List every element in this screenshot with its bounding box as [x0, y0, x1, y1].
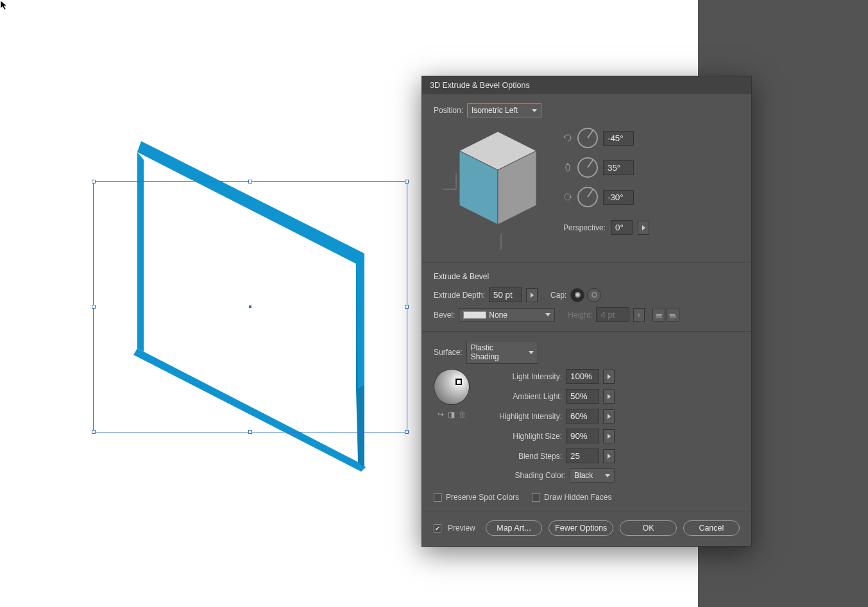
- rotate-y-icon: [563, 163, 572, 172]
- map-art-button[interactable]: Map Art...: [486, 520, 542, 536]
- light-point-handle[interactable]: [455, 379, 462, 385]
- preview-checkbox[interactable]: [434, 524, 441, 533]
- preserve-spot-label: Preserve Spot Colors: [446, 493, 519, 502]
- preview-label: Preview: [448, 524, 475, 533]
- chevron-down-icon: [532, 109, 537, 112]
- svg-rect-6: [670, 316, 676, 318]
- blend-steps-input[interactable]: [566, 449, 599, 463]
- position-value: Isometric Left: [472, 106, 518, 115]
- chevron-right-icon: [638, 312, 641, 318]
- chevron-right-icon: [608, 374, 611, 379]
- dialog-title: 3D Extrude & Bevel Options: [422, 76, 751, 94]
- rotation-x-input[interactable]: [603, 131, 634, 146]
- chevron-down-icon: [545, 313, 550, 316]
- bevel-dropdown[interactable]: None: [459, 308, 555, 322]
- surface-dropdown[interactable]: Plastic Shading: [466, 341, 538, 364]
- light-intensity-stepper[interactable]: [603, 370, 615, 384]
- light-intensity-label: Light Intensity:: [491, 372, 562, 381]
- blend-steps-label: Blend Steps:: [491, 452, 562, 461]
- cap-off-button[interactable]: [587, 288, 601, 302]
- highlight-intensity-input[interactable]: [566, 409, 599, 423]
- perspective-input[interactable]: [611, 220, 633, 235]
- rotate-z-icon: [563, 192, 572, 201]
- ambient-light-label: Ambient Light:: [491, 392, 562, 401]
- extrude-bevel-dialog: 3D Extrude & Bevel Options Position: Iso…: [421, 76, 752, 547]
- selection-handle[interactable]: [405, 305, 409, 309]
- extrude-depth-input[interactable]: [489, 287, 522, 302]
- rotation-y-dial[interactable]: [577, 157, 598, 178]
- draw-hidden-label: Draw Hidden Faces: [544, 493, 611, 502]
- blend-steps-stepper[interactable]: [603, 449, 615, 463]
- shading-color-label: Shading Color:: [495, 471, 566, 480]
- position-label: Position:: [434, 106, 463, 115]
- selection-handle[interactable]: [92, 180, 96, 184]
- bevel-height-label: Height:: [568, 311, 592, 320]
- draw-hidden-checkbox[interactable]: [532, 493, 540, 502]
- cap-hollow-icon: [591, 292, 597, 298]
- shading-color-value: Black: [574, 471, 593, 480]
- cancel-button[interactable]: Cancel: [683, 520, 740, 536]
- bevel-extent-out-button: [667, 309, 679, 321]
- chevron-right-icon: [608, 394, 611, 399]
- rotation-y-input[interactable]: [603, 160, 634, 175]
- extrude-depth-label: Extrude Depth:: [434, 291, 485, 300]
- chevron-right-icon: [531, 293, 534, 298]
- delete-light-icon: 🗑: [459, 410, 466, 419]
- new-light-icon[interactable]: ◨: [448, 410, 455, 419]
- chevron-down-icon: [529, 351, 534, 354]
- perspective-label: Perspective:: [563, 223, 606, 232]
- extrude-depth-stepper[interactable]: [526, 288, 538, 302]
- highlight-size-stepper[interactable]: [603, 429, 615, 443]
- bevel-label: Bevel:: [434, 311, 455, 320]
- chevron-right-icon: [642, 225, 645, 230]
- bevel-height-input: [596, 307, 629, 322]
- move-light-back-icon[interactable]: ↪: [438, 410, 444, 419]
- rotation-cube-preview[interactable]: [434, 125, 543, 253]
- highlight-size-input[interactable]: [566, 429, 599, 443]
- selection-handle[interactable]: [405, 180, 409, 184]
- selection-handle[interactable]: [405, 430, 409, 434]
- rotation-z-dial[interactable]: [577, 187, 598, 207]
- bevel-value: None: [489, 311, 507, 320]
- bevel-height-stepper: [633, 308, 645, 322]
- extruded-3d-shape[interactable]: [96, 125, 379, 484]
- light-intensity-input[interactable]: [566, 369, 599, 384]
- cap-filled-icon: [575, 292, 581, 298]
- fewer-options-button[interactable]: Fewer Options: [549, 520, 613, 536]
- cap-on-button[interactable]: [570, 288, 584, 302]
- rotate-x-icon: [563, 133, 572, 142]
- chevron-right-icon: [608, 454, 611, 459]
- position-dropdown[interactable]: Isometric Left: [467, 103, 541, 117]
- preserve-spot-checkbox[interactable]: [434, 493, 442, 502]
- selection-handle[interactable]: [92, 305, 96, 309]
- surface-value: Plastic Shading: [471, 343, 522, 361]
- highlight-size-label: Highlight Size:: [491, 432, 562, 441]
- ok-button[interactable]: OK: [620, 520, 676, 536]
- surface-label: Surface:: [434, 348, 463, 357]
- cursor-icon: [0, 0, 10, 12]
- svg-rect-5: [656, 316, 662, 318]
- cap-label: Cap:: [550, 291, 566, 300]
- highlight-intensity-label: Highlight Intensity:: [491, 412, 562, 421]
- bevel-extent-in-button: [652, 309, 665, 321]
- extrude-bevel-section-title: Extrude & Bevel: [434, 272, 740, 281]
- chevron-right-icon: [608, 434, 611, 439]
- rotation-x-dial[interactable]: .dial::after{transform:translateX(-50%) …: [577, 128, 598, 148]
- perspective-stepper[interactable]: [638, 221, 649, 235]
- rotation-z-input[interactable]: [603, 190, 634, 205]
- chevron-right-icon: [608, 414, 611, 419]
- shading-color-dropdown[interactable]: Black: [570, 468, 615, 483]
- selection-handle[interactable]: [92, 430, 96, 434]
- highlight-intensity-stepper[interactable]: [603, 409, 615, 423]
- ambient-light-input[interactable]: [566, 389, 599, 404]
- chevron-down-icon: [605, 474, 610, 477]
- bevel-swatch-icon: [463, 311, 486, 319]
- light-sphere-preview[interactable]: [434, 369, 470, 405]
- ambient-light-stepper[interactable]: [603, 389, 615, 404]
